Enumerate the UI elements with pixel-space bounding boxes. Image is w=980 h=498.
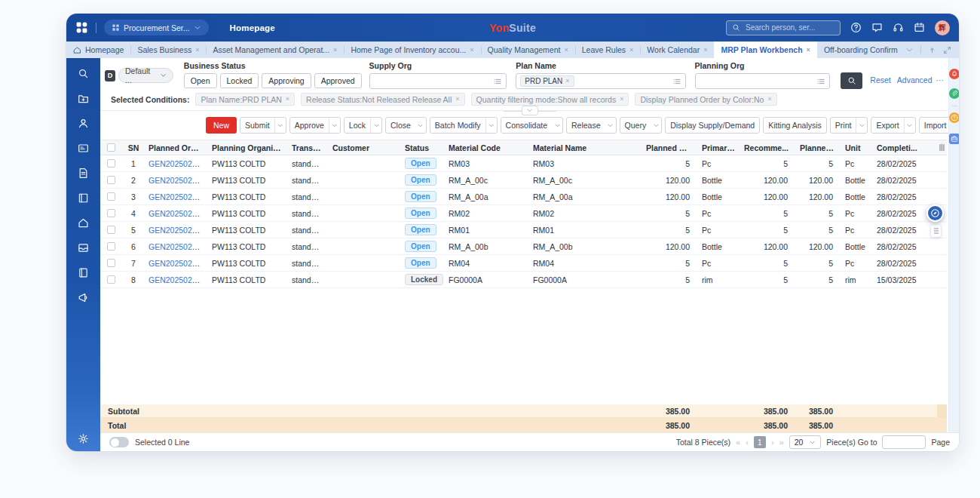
list-picker-icon[interactable] [672,77,681,86]
tab-close-icon[interactable]: × [564,47,568,54]
help-icon[interactable] [949,112,960,123]
supply-org-input[interactable] [369,73,507,89]
planned-order-link[interactable]: GEN202502250006 [149,192,207,201]
close-button[interactable]: Close [385,117,427,134]
tab-close-icon[interactable]: × [333,47,337,54]
planned-order-link[interactable]: GEN202502250007 [149,176,207,185]
display-supply-demand-button[interactable]: Display Supply/Demand [665,117,760,134]
table-row[interactable]: 8GEN202502250001PW113 COLTDstandard p...… [100,272,947,288]
planned-order-link[interactable]: GEN202502250008 [149,159,207,168]
tabs-menu-icon[interactable] [905,46,914,54]
app-logo-icon[interactable] [75,21,88,34]
tab-quality-management[interactable]: Quality Management× [481,42,575,58]
chevron-down-icon[interactable] [651,122,661,129]
column-settings-icon[interactable] [937,143,947,152]
planned-order-link[interactable]: GEN202502250001 [149,275,207,284]
assistant-floating-button[interactable] [926,204,944,222]
chip-close-icon[interactable]: × [455,96,459,103]
row-checkbox[interactable] [107,259,115,267]
plan-name-input[interactable]: PRD PLAN × [516,73,685,89]
release-button[interactable]: Release [566,117,617,134]
status-filter-approved[interactable]: Approved [314,73,362,88]
table-row[interactable]: 7GEN202502250002PW113 COLTDstandard p...… [100,255,947,272]
condition-chip-quantity-filtering-mode-show-a[interactable]: Quantity filtering mode:Show all records… [471,93,629,106]
tab-homepage[interactable]: Homepage [66,42,130,58]
reset-button[interactable]: Reset [870,75,890,85]
consolidate-button[interactable]: Consolidate [501,117,563,134]
table-row[interactable]: 4GEN202502250005PW113 COLTDstandard p...… [100,205,947,222]
first-page-icon[interactable]: « [736,438,740,447]
planned-order-link[interactable]: GEN202502250004 [149,226,207,235]
sidebar-item-book-icon[interactable] [78,192,89,204]
feedback-icon[interactable] [871,22,883,33]
prev-page-icon[interactable]: ‹ [746,438,749,447]
chevron-down-icon[interactable] [905,122,915,129]
supply-org-input-field[interactable] [374,76,491,87]
table-row[interactable]: 2GEN202502250007PW113 COLTDstandard p...… [100,172,947,189]
condition-chip-plan-name-prd-plan[interactable]: Plan Name:PRD PLAN× [195,93,295,106]
tab-close-icon[interactable]: × [195,47,199,54]
chip-close-icon[interactable]: × [565,78,569,85]
tab-off-boarding-confirmation[interactable]: Off-boarding Confirmation× [817,42,898,58]
sidebar-item-document-icon[interactable] [78,168,89,179]
approve-button[interactable]: Approve [289,117,341,134]
lock-button[interactable]: Lock [344,117,382,134]
chip-close-icon[interactable]: × [286,96,289,103]
chevron-down-icon[interactable] [552,122,562,129]
tab-close-icon[interactable]: × [470,47,473,54]
chevron-down-icon[interactable] [486,122,497,129]
kitting-analysis-button[interactable]: Kitting Analysis [763,117,827,134]
row-checkbox[interactable] [107,192,115,201]
chevron-down-icon[interactable] [605,122,616,129]
briefcase-icon[interactable] [949,134,960,144]
tab-close-icon[interactable]: × [629,47,633,54]
chevron-down-icon[interactable] [329,122,340,129]
row-checkbox[interactable] [107,226,115,234]
tab-close-icon[interactable]: × [807,47,810,54]
floating-grip[interactable] [931,225,941,237]
global-search-input[interactable] [744,23,835,32]
settings-gear-icon[interactable] [78,433,89,444]
tab-mrp-plan-workbench[interactable]: MRP Plan Workbench× [714,42,816,58]
sidebar-item-user-icon[interactable] [78,118,89,129]
list-picker-icon[interactable] [493,77,502,86]
scroll-top-icon[interactable] [928,46,936,54]
sidebar-item-home-icon[interactable] [78,217,89,229]
help-icon[interactable] [850,22,862,33]
paperclip-icon[interactable] [949,88,960,99]
alarm-icon[interactable] [949,69,960,79]
sidebar-item-megaphone-icon[interactable] [78,292,89,303]
list-picker-icon[interactable] [816,77,825,86]
topbar-homepage-link[interactable]: Homepage [230,23,275,32]
print-button[interactable]: Print [830,117,868,134]
support-icon[interactable] [893,22,904,33]
sidebar-item-search-icon[interactable] [78,68,89,79]
status-filter-approving[interactable]: Approving [262,73,311,88]
chevron-down-icon[interactable] [856,122,867,129]
table-row[interactable]: 5GEN202502250004PW113 COLTDstandard p...… [100,222,947,238]
selected-only-toggle[interactable] [109,437,129,447]
chip-close-icon[interactable]: × [620,96,623,103]
table-row[interactable]: 6GEN202502250003PW113 COLTDstandard p...… [100,238,947,255]
fullscreen-icon[interactable] [943,46,951,54]
row-checkbox[interactable] [107,275,115,284]
chip-close-icon[interactable]: × [767,96,771,103]
tab-work-calendar[interactable]: Work Calendar× [640,42,714,58]
sidebar-item-id-card-icon[interactable] [78,143,89,154]
app-switcher[interactable]: Procurement Ser... [104,20,209,35]
table-row[interactable]: 1GEN202502250008PW113 COLTDstandard p...… [100,155,947,172]
sidebar-item-drawer-icon[interactable] [78,242,89,254]
planned-order-link[interactable]: GEN202502250005 [149,209,207,218]
row-checkbox[interactable] [107,242,115,251]
batch-modify-button[interactable]: Batch Modify [430,117,498,134]
avatar[interactable]: 辉 [935,20,950,35]
next-page-icon[interactable]: › [771,438,774,447]
planning-org-input[interactable] [695,73,831,89]
chevron-down-icon[interactable] [415,122,426,129]
condition-chip-display-planned-order-by-color[interactable]: Display Planned Order by Color:No× [635,93,776,106]
row-checkbox[interactable] [107,209,115,217]
sidebar-item-notebook-icon[interactable] [78,267,89,278]
page-size-select[interactable]: 20 [789,435,822,449]
global-search[interactable] [726,20,841,35]
more-options-button[interactable]: ··· [936,75,945,85]
